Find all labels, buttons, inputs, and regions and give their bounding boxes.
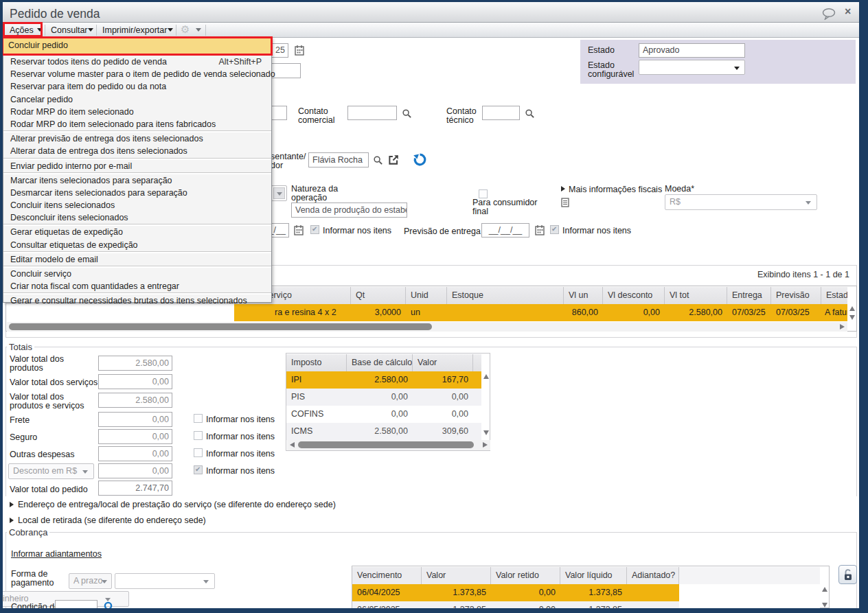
scroll-down-icon[interactable] (822, 603, 827, 608)
moeda-select[interactable]: R$ (665, 194, 817, 210)
menu-item[interactable]: Desmarcar itens selecionados para separa… (3, 187, 271, 199)
expander-arrow-icon[interactable] (10, 502, 14, 507)
desconto-select[interactable]: Desconto em R$ (8, 463, 94, 479)
seguro-input[interactable]: 0,00 (98, 429, 172, 444)
refresh-icon[interactable] (413, 152, 427, 170)
search-icon[interactable] (525, 108, 535, 122)
total-produtos-input[interactable]: 2.580,00 (98, 356, 172, 371)
menu-item[interactable]: Gerar e consultar necessidades brutas do… (3, 294, 271, 307)
estado-configuravel-select[interactable] (639, 60, 745, 75)
menu-item[interactable]: Rodar MRP do item selecionado para itens… (3, 118, 271, 130)
menu-item[interactable]: Criar nota fiscal com quantidades a entr… (3, 280, 271, 292)
table-row[interactable]: 06/04/2025 1.373,85 0,00 1.373,85 (352, 584, 820, 601)
menu-item[interactable]: Rodar MRP do item selecionado (3, 106, 271, 118)
informar-nos-itens-checkbox[interactable] (194, 414, 203, 423)
col-header-vl-desconto[interactable]: Vl desconto (603, 287, 665, 304)
frete-input[interactable]: 0,00 (98, 412, 172, 427)
menu-item[interactable]: Concluir serviço (3, 268, 271, 280)
endereco-entrega-expander[interactable]: Endereço de entrega/local de prestação d… (18, 500, 336, 509)
informar-nos-itens-checkbox[interactable] (194, 448, 203, 457)
scroll-up-icon[interactable] (483, 374, 489, 379)
col-header-adiantado[interactable]: Adiantado? (627, 567, 679, 584)
scroll-left-icon[interactable] (290, 442, 295, 448)
menu-item[interactable]: Desconcluir itens selecionados (3, 211, 271, 224)
previsao-entrega-input[interactable]: __/__/__ (481, 223, 529, 238)
col-header-previsao[interactable]: Previsão (771, 287, 821, 304)
scroll-right-icon[interactable] (483, 442, 488, 448)
col-header-vencimento[interactable]: Vencimento (352, 567, 422, 584)
items-hscrollbar[interactable] (7, 322, 847, 332)
local-retirada-expander[interactable]: Local de retirada (se diferente do ender… (18, 516, 206, 525)
informar-adiantamentos-link[interactable]: Informar adiantamentos (11, 549, 102, 559)
document-icon[interactable] (561, 198, 569, 210)
informar-nos-itens-checkbox[interactable] (194, 431, 203, 440)
col-header-entrega[interactable]: Entrega (727, 287, 771, 304)
menu-item[interactable]: Reservar todos itens do pedido de vendaA… (3, 56, 271, 68)
total-servicos-input[interactable]: 0,00 (98, 374, 172, 389)
contato-comercial-input[interactable] (347, 106, 397, 120)
informar-nos-itens-checkbox[interactable] (310, 225, 319, 234)
menu-item[interactable]: Concluir itens selecionados (3, 199, 271, 211)
impostos-hscrollbar[interactable] (287, 440, 490, 450)
table-row[interactable]: COFINS 0,00 0,00 (286, 406, 481, 423)
calendar-icon[interactable] (294, 224, 304, 238)
condicao-input[interactable] (55, 600, 98, 608)
informar-nos-itens-checkbox[interactable] (194, 465, 203, 474)
scroll-down-icon[interactable] (849, 315, 855, 320)
refresh-small-icon[interactable] (104, 601, 113, 608)
menu-item[interactable]: Reservar para item do pedido ou da nota (3, 80, 271, 93)
external-link-icon[interactable] (387, 154, 400, 169)
scroll-up-icon[interactable] (822, 587, 827, 592)
col-header-vl-tot[interactable]: Vl tot (665, 287, 727, 304)
menu-item[interactable]: Editar modelo de email (3, 253, 271, 266)
col-header-vl-un[interactable]: Vl un (564, 287, 603, 304)
menu-item[interactable]: Consultar etiquetas de expedição (3, 239, 271, 251)
mais-informacoes-fiscais-label[interactable]: Mais informações fiscais (569, 185, 662, 194)
forma-pagamento-select[interactable]: A prazo (69, 573, 112, 589)
col-header-estado[interactable]: Estado (821, 287, 847, 304)
valor-total-pedido-input[interactable]: 2.747,70 (98, 481, 172, 496)
menu-item[interactable]: Cancelar pedido (3, 93, 271, 106)
representante-input[interactable]: Flávia Rocha (308, 152, 369, 167)
natureza-operacao-input[interactable]: Venda de produção do estabelecime (291, 203, 407, 218)
col-header-qt[interactable]: Qt (351, 287, 406, 304)
scroll-down-icon[interactable] (483, 430, 489, 435)
lock-button[interactable] (838, 565, 857, 584)
search-icon[interactable] (402, 108, 412, 122)
gear-icon[interactable]: ⚙ (181, 23, 190, 36)
forma-pagamento-select-2[interactable] (115, 573, 215, 589)
menu-item[interactable]: Enviar pedido interno por e-mail (3, 160, 271, 172)
comment-bubble-icon[interactable] (821, 8, 838, 20)
scroll-up-icon[interactable] (849, 306, 855, 311)
total-prod-serv-input[interactable]: 2.580,00 (98, 393, 172, 408)
col-header-valor[interactable]: Valor (422, 567, 491, 584)
search-icon[interactable] (373, 155, 383, 168)
menu-item[interactable]: Alterar data de entrega dos itens seleci… (3, 145, 271, 157)
table-row[interactable]: ICMS 2.580,00 309,60 (286, 423, 481, 440)
col-header-valor[interactable]: Valor (413, 354, 473, 371)
col-header-imposto[interactable]: Imposto (286, 354, 347, 371)
col-header-estoque[interactable]: Estoque (447, 287, 564, 304)
calendar-icon[interactable] (535, 224, 545, 238)
menu-item[interactable]: Alterar previsão de entrega dos itens se… (3, 132, 271, 145)
expander-arrow-icon[interactable] (561, 186, 565, 192)
contato-tecnico-input[interactable] (482, 106, 520, 120)
scroll-right-icon[interactable] (840, 324, 845, 329)
col-header-base-calculo[interactable]: Base de cálculo (347, 354, 413, 371)
close-icon[interactable]: × (845, 5, 856, 19)
menu-item[interactable]: Marcar itens selecionados para separação (3, 174, 271, 187)
expander-arrow-icon[interactable] (10, 518, 14, 523)
table-row[interactable]: IPI 2.580,00 167,70 (286, 371, 481, 389)
menu-item-concluir-pedido[interactable]: Concluir pedido (8, 40, 68, 51)
calendar-icon[interactable] (295, 45, 304, 58)
col-header-valor-liquido[interactable]: Valor líquido (560, 567, 627, 584)
table-row[interactable]: PIS 0,00 0,00 (286, 389, 481, 406)
informar-nos-itens-checkbox[interactable] (550, 225, 559, 234)
menubar-imprimir-label[interactable]: Imprimir/exportar (102, 25, 167, 35)
col-header-unid[interactable]: Unid (406, 287, 447, 304)
col-header-valor-retido[interactable]: Valor retido (491, 567, 560, 584)
desconto-input[interactable]: 0,00 (98, 463, 172, 478)
outras-despesas-input[interactable]: 0,00 (98, 446, 172, 461)
estado-input[interactable]: Aprovado (639, 43, 745, 58)
menubar-consultar-label[interactable]: Consultar (51, 25, 88, 35)
